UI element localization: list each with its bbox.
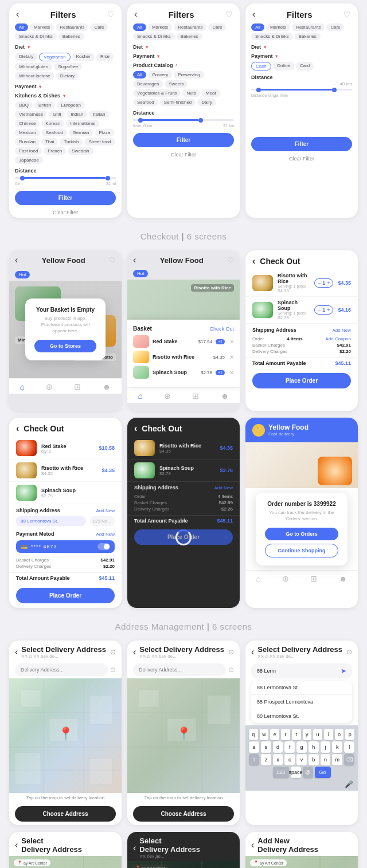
chip-vietnamese[interactable]: Vietnamese bbox=[15, 111, 47, 118]
profile-nav-icon[interactable]: ☻ bbox=[103, 382, 111, 391]
back-arrow-addr4[interactable]: ‹ bbox=[15, 840, 18, 850]
chip-korean[interactable]: Korean bbox=[41, 120, 64, 127]
key-r[interactable]: r bbox=[281, 729, 290, 740]
key-at[interactable]: @ bbox=[303, 767, 313, 778]
continue-shopping-btn[interactable]: Continue Shopping bbox=[265, 544, 338, 557]
chip-pizza[interactable]: Pizza bbox=[95, 129, 115, 136]
chip-seafood[interactable]: Seafood bbox=[42, 129, 67, 136]
key-backspace[interactable]: ⌫ bbox=[344, 754, 354, 765]
chip-nogluten[interactable]: Without gluten bbox=[15, 63, 52, 70]
chip-bakeries-3[interactable]: Bakeries bbox=[295, 33, 321, 40]
key-space[interactable]: space bbox=[291, 767, 301, 778]
chip-german[interactable]: German bbox=[69, 129, 93, 136]
go-to-orders-btn[interactable]: Go to Orders bbox=[265, 528, 338, 540]
close-icon-steak[interactable]: ✕ bbox=[229, 339, 234, 345]
co-qty-box-risotto[interactable]: − 1 + bbox=[314, 278, 334, 288]
chip-intl[interactable]: International bbox=[66, 120, 99, 127]
payment-toggle[interactable] bbox=[97, 543, 110, 550]
chip-snacks-3[interactable]: Snacks & Drinks bbox=[251, 33, 293, 40]
pchip-nuts[interactable]: Nuts bbox=[182, 89, 200, 97]
go-to-stores-button[interactable]: Go to Stores bbox=[34, 340, 96, 352]
chip-restaurants-2[interactable]: Restaurants bbox=[174, 23, 206, 31]
add-new-shipping-p[interactable]: Add New bbox=[96, 508, 115, 513]
chip-european[interactable]: European bbox=[57, 101, 85, 109]
clear-filter-link[interactable]: Clear Filter bbox=[9, 207, 122, 218]
addr-filled-input[interactable]: 88 Lerm ➤ bbox=[251, 663, 352, 678]
check-out-link[interactable]: Check Out bbox=[209, 326, 234, 332]
chip-all-3[interactable]: All bbox=[251, 23, 264, 31]
clear-filter-link-3[interactable]: Clear Filter bbox=[245, 154, 358, 164]
chip-markets-3[interactable]: Markets bbox=[266, 23, 290, 31]
profile-nav-icon-2[interactable]: ☻ bbox=[221, 391, 229, 400]
chip-grill[interactable]: Grill bbox=[49, 111, 65, 118]
clear-filter-link-2[interactable]: Clear Filter bbox=[127, 150, 240, 160]
choose-addr-btn-1[interactable]: Choose Address bbox=[15, 806, 116, 822]
plus-icon-spinach[interactable]: + bbox=[327, 307, 330, 313]
key-o[interactable]: o bbox=[335, 729, 344, 740]
distance-range-2[interactable] bbox=[133, 119, 234, 121]
addr-map-1[interactable]: 📍 bbox=[9, 678, 122, 793]
addr-map-2[interactable]: 📍 bbox=[127, 678, 240, 793]
key-c[interactable]: c bbox=[284, 754, 295, 765]
back-arrow-addr1[interactable]: ‹ bbox=[15, 647, 18, 657]
send-icon[interactable]: ➤ bbox=[341, 667, 346, 675]
key-x[interactable]: x bbox=[273, 754, 283, 765]
chip-all-2[interactable]: All bbox=[133, 23, 146, 31]
pchip-veg[interactable]: Vegetables & Fruits bbox=[133, 89, 181, 97]
chip-restaurants-3[interactable]: Restaurants bbox=[292, 23, 325, 31]
pchip-meat[interactable]: Meat bbox=[202, 89, 220, 97]
chip-markets-2[interactable]: Markets bbox=[148, 23, 172, 31]
plus-icon-risotto[interactable]: + bbox=[327, 280, 330, 286]
chip-japanese[interactable]: Japanese bbox=[15, 156, 43, 164]
chip-swedish[interactable]: Swedish bbox=[68, 147, 93, 155]
back-arrow-addr5[interactable]: ‹ bbox=[133, 843, 136, 853]
key-shift[interactable]: ⇧ bbox=[249, 754, 259, 765]
tab-hot-2[interactable]: Hot bbox=[133, 270, 148, 277]
filter-button[interactable]: Filter bbox=[15, 191, 116, 205]
chip-markets[interactable]: Markets bbox=[30, 23, 54, 31]
chip-mexican[interactable]: Mexican bbox=[15, 129, 40, 136]
coupon-link-1[interactable]: Add Coupon bbox=[326, 336, 351, 341]
back-arrow-2[interactable]: ‹ bbox=[134, 9, 137, 19]
key-g[interactable]: g bbox=[296, 741, 307, 753]
pchip-cash[interactable]: Cash bbox=[251, 62, 271, 70]
autocomplete-item-3[interactable]: 80 Lermontova St. bbox=[251, 709, 352, 723]
chip-dietary[interactable]: Dietary bbox=[15, 53, 37, 61]
chip-italian[interactable]: Italian bbox=[89, 111, 109, 118]
back-arrow-3[interactable]: ‹ bbox=[252, 9, 255, 19]
home-nav-confirm[interactable]: ⌂ bbox=[256, 574, 261, 583]
chip-thai[interactable]: Thai bbox=[41, 138, 58, 146]
key-q[interactable]: q bbox=[249, 729, 258, 740]
chip-cafe-2[interactable]: Cafe bbox=[208, 23, 226, 31]
pchip-preserving[interactable]: Preserving bbox=[174, 71, 204, 78]
key-j[interactable]: j bbox=[321, 741, 331, 753]
pchip-seafood[interactable]: Seafood bbox=[133, 99, 158, 106]
chip-fastfood[interactable]: Fast food bbox=[15, 147, 42, 155]
back-arrow-addr2[interactable]: ‹ bbox=[133, 647, 136, 657]
pchip-card[interactable]: Card bbox=[296, 62, 314, 70]
key-d[interactable]: d bbox=[273, 741, 283, 753]
back-arrow-icon[interactable]: ‹ bbox=[16, 9, 19, 19]
key-n[interactable]: n bbox=[321, 754, 331, 765]
add-new-l[interactable]: Add New bbox=[214, 485, 233, 490]
search-nav-icon-2[interactable]: ⊕ bbox=[164, 391, 171, 400]
filter-button-3[interactable]: Filter bbox=[251, 137, 352, 151]
profile-nav-confirm[interactable]: ☻ bbox=[339, 574, 348, 583]
chip-all[interactable]: All bbox=[15, 23, 28, 31]
chip-streetfood[interactable]: Street food bbox=[84, 138, 115, 146]
autocomplete-item-2[interactable]: 88 Prospect Lermontova bbox=[251, 695, 352, 709]
addr-map-5[interactable]: 📍ay Art Center Navoiy av. bbox=[127, 861, 240, 868]
chip-vegetarian[interactable]: Vegetarian bbox=[39, 53, 70, 61]
back-arrow-cl[interactable]: ‹ bbox=[134, 423, 137, 434]
pchip-online[interactable]: Online bbox=[273, 62, 294, 70]
addr-search-2[interactable]: ⊙ bbox=[127, 661, 240, 678]
place-order-btn-p[interactable]: Place Order bbox=[16, 588, 115, 603]
key-z[interactable]: z bbox=[261, 754, 271, 765]
chip-cafe[interactable]: Cafe bbox=[90, 23, 108, 31]
key-m[interactable]: m bbox=[332, 754, 342, 765]
chip-cafe-3[interactable]: Cafe bbox=[326, 23, 344, 31]
key-e[interactable]: e bbox=[270, 729, 279, 740]
search-nav-confirm[interactable]: ⊕ bbox=[282, 574, 289, 583]
pchip-grocery[interactable]: Grocery bbox=[148, 71, 172, 78]
basket-nav-confirm[interactable]: ⊞ bbox=[310, 574, 317, 583]
